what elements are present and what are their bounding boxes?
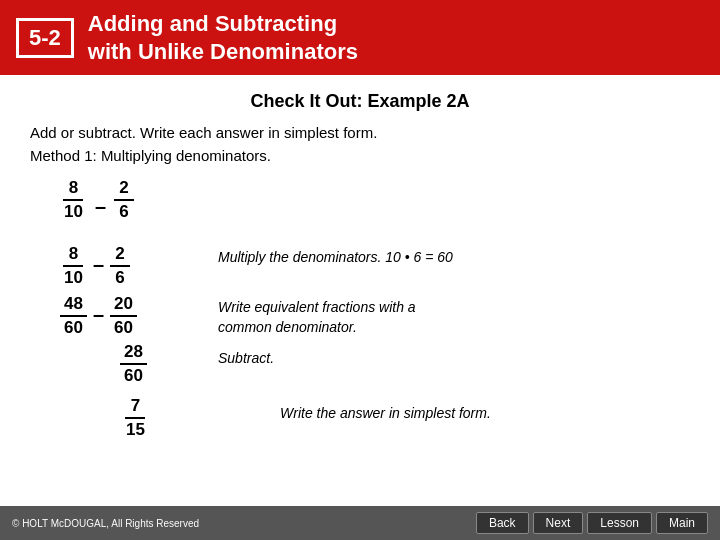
numerator-right: 2 — [114, 178, 134, 201]
section-title: Check It Out: Example 2A — [30, 91, 690, 112]
step-2-descriptions: Write equivalent fractions with acommon … — [218, 294, 416, 369]
next-button[interactable]: Next — [533, 512, 584, 534]
step-3-fractions: 7 15 — [122, 396, 149, 440]
step2b-num: 28 — [120, 342, 147, 365]
lesson-badge: 5-2 — [16, 18, 74, 58]
step2-fraction-right: 20 60 — [110, 294, 137, 338]
step-1-math: 8 10 – 2 6 — [60, 244, 200, 288]
step1-num2: 2 — [110, 244, 130, 267]
step-1-fractions: 8 10 – 2 6 — [60, 244, 130, 288]
step-2-desc1: Write equivalent fractions with acommon … — [218, 294, 416, 337]
footer: © HOLT McDOUGAL, All Rights Reserved Bac… — [0, 506, 720, 540]
step1-den2: 6 — [110, 267, 130, 288]
section-title-text: Check It Out: Example 2A — [250, 91, 469, 111]
step2-den2: 60 — [110, 317, 137, 338]
footer-buttons: Back Next Lesson Main — [476, 512, 708, 534]
header-title-line2: with Unlike Denominators — [88, 38, 358, 66]
main-content: Check It Out: Example 2A Add or subtract… — [0, 75, 720, 450]
step2-num2: 20 — [110, 294, 137, 317]
step-2-math: 48 60 – 20 60 28 60 — [60, 294, 200, 386]
method-label: Method 1: Multiplying denominators. — [30, 147, 690, 164]
step-row-1: 8 10 – 2 6 Multiply the denominators. 10… — [60, 244, 690, 288]
step2b-den: 60 — [120, 365, 147, 386]
step-3-desc-text: Write the answer in simplest form. — [280, 405, 491, 421]
instruction-text: Add or subtract. Write each answer in si… — [30, 124, 690, 141]
denominator-left: 10 — [60, 201, 87, 222]
denominator-right: 6 — [114, 201, 134, 222]
step2-fraction-left: 48 60 — [60, 294, 87, 338]
step3-num: 7 — [125, 396, 145, 419]
step-2-desc2-text: Subtract. — [218, 350, 274, 366]
step-2b-fractions: 28 60 — [120, 342, 147, 386]
step3-den: 15 — [122, 419, 149, 440]
badge-number: 5-2 — [29, 25, 61, 50]
lesson-button[interactable]: Lesson — [587, 512, 652, 534]
step-3-description: Write the answer in simplest form. — [280, 400, 491, 424]
step-2-fractions: 48 60 – 20 60 — [60, 294, 137, 338]
problem-display: 8 10 – 2 6 — [60, 178, 690, 222]
fraction-right: 2 6 — [114, 178, 134, 222]
step-1-description: Multiply the denominators. 10 • 6 = 60 — [218, 244, 453, 268]
step1-num1: 8 — [63, 244, 83, 267]
step3-fraction: 7 15 — [122, 396, 149, 440]
step-3-math: 7 15 — [122, 396, 262, 440]
steps-container: 8 10 – 2 6 Multiply the denominators. 10… — [60, 244, 690, 440]
step-row-2: 48 60 – 20 60 28 60 — [60, 294, 690, 386]
step-2-desc1-text: Write equivalent fractions with acommon … — [218, 299, 416, 335]
step2-num1: 48 — [60, 294, 87, 317]
step1-fraction-right: 2 6 — [110, 244, 130, 288]
step1-op: – — [93, 253, 104, 276]
back-button[interactable]: Back — [476, 512, 529, 534]
step2-op: – — [93, 303, 104, 326]
step1-den1: 10 — [60, 267, 87, 288]
copyright-text: © HOLT McDOUGAL, All Rights Reserved — [12, 518, 199, 529]
step2b-fraction: 28 60 — [120, 342, 147, 386]
fraction-left: 8 10 — [60, 178, 87, 222]
header-title-line1: Adding and Subtracting — [88, 10, 358, 38]
step-2-desc2: Subtract. — [218, 345, 416, 369]
step-1-desc-text: Multiply the denominators. 10 • 6 = 60 — [218, 249, 453, 265]
step1-fraction-left: 8 10 — [60, 244, 87, 288]
operator-symbol: – — [95, 195, 106, 218]
header: 5-2 Adding and Subtracting with Unlike D… — [0, 0, 720, 75]
main-button[interactable]: Main — [656, 512, 708, 534]
header-title: Adding and Subtracting with Unlike Denom… — [88, 10, 358, 65]
step2-den1: 60 — [60, 317, 87, 338]
numerator-left: 8 — [63, 178, 83, 201]
step-row-3: 7 15 Write the answer in simplest form. — [60, 396, 690, 440]
